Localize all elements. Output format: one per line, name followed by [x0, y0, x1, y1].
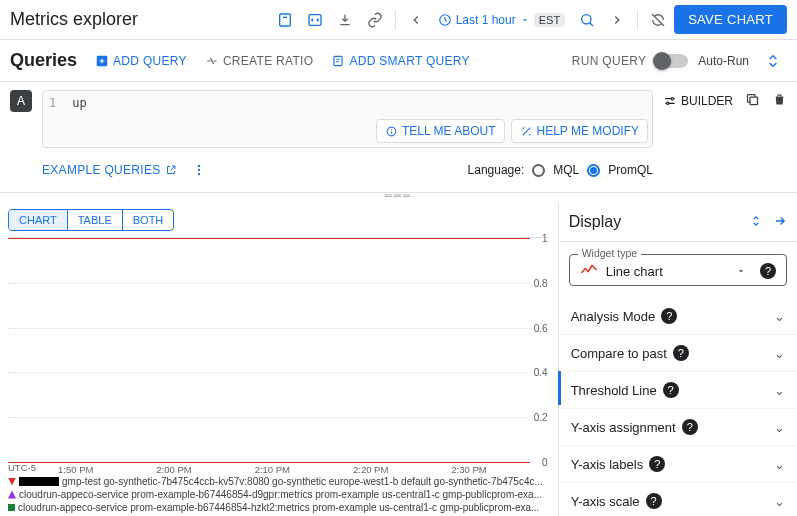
next-time-icon[interactable]	[603, 6, 631, 34]
svg-rect-0	[279, 14, 290, 26]
view-mode-tabs: CHART TABLE BOTH	[8, 209, 174, 231]
clock-icon	[438, 13, 452, 27]
link-icon[interactable]	[361, 6, 389, 34]
svg-point-8	[197, 169, 199, 171]
wand-icon	[520, 125, 533, 138]
plus-box-icon	[95, 54, 109, 68]
search-icon[interactable]	[573, 6, 601, 34]
more-options-icon[interactable]	[189, 156, 209, 184]
mql-label: MQL	[553, 163, 579, 177]
chevron-down-icon: ⌄	[774, 383, 785, 398]
chart-legend: gmp-test go-synthetic-7b475c4ccb-kv57v:8…	[8, 475, 550, 516]
tab-table[interactable]: TABLE	[67, 210, 122, 230]
svg-point-10	[671, 98, 673, 100]
time-range-picker[interactable]: Last 1 hour EST	[432, 6, 571, 34]
section-compare-past[interactable]: Compare to past? ⌄	[559, 334, 797, 371]
expand-updown-icon[interactable]	[749, 214, 763, 231]
download-icon[interactable]	[331, 6, 359, 34]
save-chart-button[interactable]: SAVE CHART	[674, 5, 787, 34]
help-icon[interactable]: ?	[661, 308, 677, 324]
help-icon[interactable]: ?	[649, 456, 665, 472]
chevron-down-icon: ⌄	[774, 494, 785, 509]
promql-label: PromQL	[608, 163, 653, 177]
tab-both[interactable]: BOTH	[122, 210, 174, 230]
collapse-queries-icon[interactable]	[759, 47, 787, 75]
chevron-down-icon: ⌄	[774, 457, 785, 472]
ytick: 1	[542, 233, 548, 244]
ratio-icon	[205, 54, 219, 68]
info-spark-icon	[385, 125, 398, 138]
autorun-label: Auto-Run	[698, 54, 749, 68]
collapse-panel-icon[interactable]	[773, 214, 787, 231]
queries-heading: Queries	[10, 50, 77, 71]
timezone-badge: EST	[534, 13, 565, 27]
line-chart-icon	[580, 264, 598, 279]
ytick: 0.4	[534, 367, 548, 378]
code-icon[interactable]	[301, 6, 329, 34]
chevron-down-icon: ⌄	[774, 309, 785, 324]
display-panel-title: Display	[569, 213, 621, 231]
chevron-down-icon: ⌄	[774, 420, 785, 435]
external-link-icon	[165, 164, 177, 176]
tell-me-about-button[interactable]: TELL ME ABOUT	[376, 119, 505, 143]
timezone-label: UTC-5	[8, 462, 58, 475]
line-number: 1	[49, 96, 56, 110]
chevron-down-icon: ⌄	[774, 346, 785, 361]
section-threshold-line[interactable]: Threshold Line? ⌄	[559, 371, 797, 408]
svg-point-3	[582, 14, 591, 23]
svg-point-11	[666, 102, 668, 104]
widget-type-select[interactable]: Widget type Line chart ?	[569, 254, 787, 286]
section-yaxis-scale[interactable]: Y-axis scale? ⌄	[559, 482, 797, 516]
legend-item[interactable]: cloudrun-appeco-service prom-example-b67…	[8, 501, 550, 514]
tune-icon	[663, 94, 677, 108]
chevron-down-icon	[520, 15, 530, 25]
example-queries-link[interactable]: EXAMPLE QUERIES	[42, 163, 177, 177]
xtick: 2:20 PM	[353, 464, 451, 475]
svg-rect-12	[750, 97, 758, 105]
bookmark-icon[interactable]	[271, 6, 299, 34]
help-modify-button[interactable]: HELP ME MODIFY	[511, 119, 648, 143]
active-indicator	[558, 371, 561, 405]
delete-icon[interactable]	[772, 92, 787, 110]
svg-point-9	[197, 173, 199, 175]
query-badge-a[interactable]: A	[10, 90, 32, 112]
autorun-toggle[interactable]	[656, 54, 688, 68]
query-text: up	[72, 96, 86, 110]
section-analysis-mode[interactable]: Analysis Mode? ⌄	[559, 298, 797, 334]
chart-area[interactable]: 1 0.8 0.6 0.4 0.2 0	[8, 237, 550, 462]
page-title: Metrics explorer	[10, 9, 138, 30]
mql-radio[interactable]	[532, 164, 545, 177]
xtick: 2:30 PM	[451, 464, 549, 475]
section-yaxis-assignment[interactable]: Y-axis assignment? ⌄	[559, 408, 797, 445]
help-icon[interactable]: ?	[682, 419, 698, 435]
copy-icon[interactable]	[745, 92, 760, 110]
widget-type-label: Widget type	[578, 247, 641, 259]
help-icon[interactable]: ?	[663, 382, 679, 398]
xtick: 2:00 PM	[156, 464, 254, 475]
ytick: 0.2	[534, 412, 548, 423]
autorefresh-off-icon[interactable]	[644, 6, 672, 34]
resize-handle[interactable]: ═══	[0, 193, 797, 203]
help-icon[interactable]: ?	[646, 493, 662, 509]
help-icon[interactable]: ?	[760, 263, 776, 279]
ytick: 0.6	[534, 322, 548, 333]
section-yaxis-labels[interactable]: Y-axis labels? ⌄	[559, 445, 797, 482]
language-label: Language:	[468, 163, 525, 177]
xtick: 1:50 PM	[58, 464, 156, 475]
legend-item[interactable]: gmp-test go-synthetic-7b475c4ccb-kv57v:8…	[8, 475, 550, 488]
help-icon[interactable]: ?	[673, 345, 689, 361]
xtick: 2:10 PM	[255, 464, 353, 475]
dropdown-caret-icon	[736, 266, 746, 276]
prev-time-icon[interactable]	[402, 6, 430, 34]
tab-chart[interactable]: CHART	[9, 210, 67, 230]
add-query-button[interactable]: ADD QUERY	[95, 54, 187, 68]
promql-radio[interactable]	[587, 164, 600, 177]
query-editor[interactable]: 1up TELL ME ABOUT HELP ME MODIFY	[42, 90, 653, 148]
svg-point-7	[197, 165, 199, 167]
add-smart-query-button[interactable]: ADD SMART QUERY	[331, 54, 470, 68]
legend-item[interactable]: cloudrun-appeco-service prom-example-b67…	[8, 488, 550, 501]
ytick: 0	[542, 457, 548, 468]
create-ratio-button[interactable]: CREATE RATIO	[205, 54, 314, 68]
builder-button[interactable]: BUILDER	[663, 94, 733, 108]
run-query-button[interactable]: RUN QUERY	[572, 54, 647, 68]
